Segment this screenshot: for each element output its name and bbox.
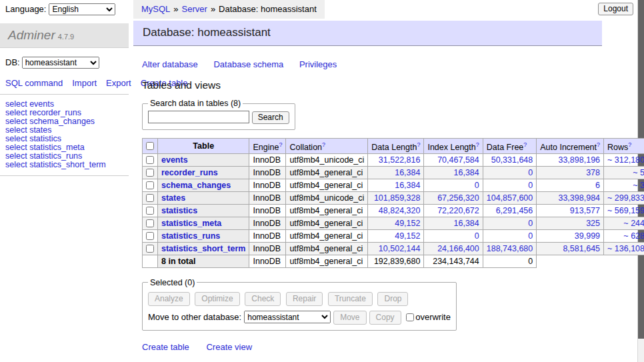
table-row: statistics_runs InnoDB utf8mb4_general_c…: [143, 229, 644, 242]
breadcrumb-server-link[interactable]: Server: [182, 4, 207, 14]
row-checkbox[interactable]: [146, 169, 154, 177]
truncate-button[interactable]: Truncate: [328, 292, 373, 306]
help-link[interactable]: ?: [597, 141, 600, 148]
table-row: statistics_short_term InnoDB utf8mb4_gen…: [143, 242, 644, 255]
create-view-link[interactable]: Create view: [206, 342, 252, 352]
optimize-button[interactable]: Optimize: [195, 292, 239, 306]
search-button[interactable]: Search: [252, 111, 289, 124]
search-fieldset: Search data in tables (8) Search: [142, 99, 295, 130]
drop-button[interactable]: Drop: [377, 292, 408, 306]
help-link[interactable]: ?: [628, 141, 631, 148]
db-select[interactable]: homeassistant: [22, 57, 99, 69]
table-link[interactable]: events: [161, 155, 188, 165]
table-row: events InnoDB utf8mb4_unicode_ci 31,522,…: [143, 153, 644, 166]
col-header-engine: Engine?: [249, 138, 286, 153]
export-link[interactable]: Export: [106, 78, 131, 88]
tables-list: Table Engine? Collation? Data Length? In…: [142, 138, 644, 268]
table-link[interactable]: statistics_short_term: [161, 244, 245, 253]
language-select[interactable]: English: [49, 3, 115, 15]
row-checkbox[interactable]: [146, 207, 154, 215]
col-header-data-length: Data Length?: [368, 138, 424, 153]
table-row: schema_changes InnoDB utf8mb4_general_ci…: [143, 179, 644, 191]
app-version: 4.7.9: [58, 33, 74, 41]
table-link[interactable]: statistics_runs: [161, 231, 220, 241]
app-name: Adminer: [8, 28, 55, 42]
breadcrumb-mysql-link[interactable]: MySQL: [141, 4, 170, 14]
create-table-link[interactable]: Create table: [142, 342, 189, 352]
overwrite-checkbox[interactable]: [406, 313, 414, 321]
divider: [0, 94, 129, 95]
breadcrumb-current: Database: homeassistant: [219, 4, 317, 14]
col-header-index-length: Index Length?: [424, 138, 483, 153]
logout-button[interactable]: Logout: [598, 3, 633, 15]
table-row: statistics_meta InnoDB utf8mb4_general_c…: [143, 217, 644, 229]
move-button[interactable]: Move: [333, 311, 366, 325]
alter-database-link[interactable]: Alter database: [142, 59, 198, 69]
analyze-button[interactable]: Analyze: [148, 292, 190, 306]
table-row: statistics InnoDB utf8mb4_general_ci 48,…: [143, 204, 644, 217]
header-row: Table Engine? Collation? Data Length? In…: [143, 138, 644, 153]
selected-legend: Selected (0): [148, 278, 197, 287]
search-legend: Search data in tables (8): [148, 99, 243, 108]
table-link[interactable]: recorder_runs: [161, 168, 218, 177]
col-header-data-free: Data Free?: [483, 138, 537, 153]
row-checkbox[interactable]: [146, 181, 154, 189]
db-label: DB:: [5, 57, 20, 67]
search-input[interactable]: [148, 111, 249, 123]
sidebar-table-links: select events select recorder_runs selec…: [0, 100, 129, 169]
table-link[interactable]: schema_changes: [161, 181, 231, 190]
col-header-collation: Collation?: [286, 138, 368, 153]
copy-button[interactable]: Copy: [369, 311, 401, 325]
table-footer-links: Create table Create view: [142, 342, 602, 352]
total-row: 8 in total InnoDB utf8mb4_general_ci 192…: [143, 255, 644, 267]
privileges-link[interactable]: Privileges: [299, 59, 337, 69]
row-checkbox[interactable]: [146, 219, 154, 227]
table-link[interactable]: states: [161, 193, 185, 203]
help-link[interactable]: ?: [322, 141, 325, 148]
table-row: states InnoDB utf8mb4_unicode_ci 101,859…: [143, 191, 644, 204]
breadcrumb: MySQL»Server»Database: homeassistant: [133, 0, 325, 19]
tables-heading: Tables and views: [142, 79, 602, 91]
divider: [0, 175, 129, 176]
adminer-logo: Adminer4.7.9: [0, 23, 129, 48]
table-link[interactable]: statistics: [161, 206, 197, 215]
repair-button[interactable]: Repair: [286, 292, 323, 306]
col-header-auto-increment: Auto Increment?: [537, 138, 604, 153]
row-checkbox[interactable]: [146, 232, 154, 240]
db-actions: Alter database Database schema Privilege…: [142, 59, 602, 69]
table-row: recorder_runs InnoDB utf8mb4_general_ci …: [143, 166, 644, 179]
sidebar-actions: SQL commandImportExportCreate table: [0, 69, 123, 88]
move-database-select[interactable]: homeassistant: [244, 311, 331, 323]
table-link[interactable]: statistics_meta: [161, 219, 221, 228]
selected-fieldset: Selected (0) Analyze Optimize Check Repa…: [142, 278, 457, 331]
help-link[interactable]: ?: [417, 141, 420, 148]
sql-command-link[interactable]: SQL command: [5, 78, 63, 88]
row-checkbox[interactable]: [146, 245, 154, 253]
help-link[interactable]: ?: [476, 141, 479, 148]
col-header-rows: Rows?: [604, 138, 644, 153]
row-checkbox[interactable]: [146, 156, 154, 164]
sidebar-select-link[interactable]: select statistics_short_term: [5, 161, 129, 169]
select-all-checkbox[interactable]: [146, 142, 154, 150]
help-link[interactable]: ?: [523, 141, 527, 148]
help-link[interactable]: ?: [279, 141, 282, 148]
sidebar: Language:English Adminer4.7.9 DB:homeass…: [0, 0, 129, 181]
row-checkbox[interactable]: [146, 194, 154, 202]
import-link[interactable]: Import: [72, 78, 97, 88]
page-title: Database: homeassistant: [133, 21, 602, 46]
database-schema-link[interactable]: Database schema: [213, 59, 283, 69]
col-header-table: Table: [158, 138, 249, 153]
overwrite-label: overwrite: [415, 312, 451, 322]
move-label: Move to other database:: [148, 312, 241, 322]
language-label: Language:: [5, 4, 46, 14]
check-button[interactable]: Check: [245, 292, 281, 306]
